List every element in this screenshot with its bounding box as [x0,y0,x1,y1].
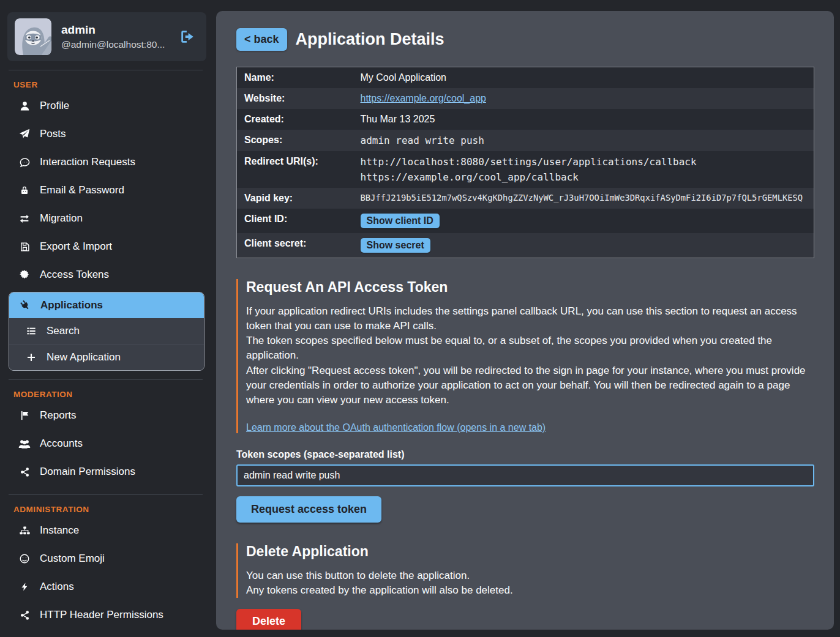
show-secret-button[interactable]: Show secret [361,238,430,253]
sidebar-item-reports[interactable]: Reports [0,401,211,430]
row-value: http://localhost:8080/settings/user/appl… [353,151,814,188]
smiley-icon [18,553,31,565]
sidebar-item-debug[interactable]: Debug [0,629,211,637]
row-label: Client ID: [237,209,353,233]
request-access-token-button[interactable]: Request access token [236,496,381,523]
user-card[interactable]: admin @admin@localhost:80... [7,12,206,61]
sidebar-item-access-tokens[interactable]: Access Tokens [0,261,211,289]
avatar [15,18,51,55]
back-button[interactable]: < back [236,28,287,51]
row-value: Show secret [353,233,814,258]
sidebar-item-label: Migration [40,212,83,225]
user-name: admin [61,23,170,37]
sidebar-divider [9,70,203,70]
section-paragraph: Any tokens created by the application wi… [246,583,814,598]
sidebar-item-label: Access Tokens [40,269,109,281]
sidebar-item-label: Accounts [40,438,83,450]
application-details-table: Name: My Cool Application Website: https… [236,67,814,258]
section-paragraph: The token scopes specified below must be… [246,333,814,363]
row-label: Name: [237,67,353,89]
table-row-client-id: Client ID: Show client ID [237,209,814,233]
sidebar-item-label: Interaction Requests [40,156,135,168]
sidebar-item-interaction-requests[interactable]: Interaction Requests [0,148,211,176]
page-title: Application Details [296,30,444,49]
row-value: My Cool Application [353,67,814,89]
paper-plane-icon [18,128,31,140]
website-link[interactable]: https://example.org/cool_app [361,93,486,103]
sidebar-item-profile[interactable]: Profile [0,92,211,120]
sidebar-item-custom-emoji[interactable]: Custom Emoji [0,545,211,573]
sign-out-icon [179,29,195,45]
sidebar-item-label: Search [47,325,80,337]
floppy-disk-icon [18,240,31,253]
sidebar-item-label: New Application [47,351,121,363]
delete-button[interactable]: Delete [236,609,301,630]
page-header: < back Application Details [236,28,814,51]
show-client-id-button[interactable]: Show client ID [361,214,440,228]
main-panel: < back Application Details Name: My Cool… [216,11,834,630]
section-label-administration: ADMINISTRATION [13,505,211,514]
sidebar-item-http-header-permissions[interactable]: HTTP Header Permissions [0,601,211,629]
applications-submenu: Search New Application [9,318,204,370]
table-row-created: Created: Thu Mar 13 2025 [237,109,814,130]
row-label: Redirect URI(s): [237,151,353,188]
row-value: Thu Mar 13 2025 [353,109,814,130]
row-label: Scopes: [237,130,353,151]
sidebar-item-migration[interactable]: Migration [0,204,211,233]
sidebar-item-posts[interactable]: Posts [0,120,211,148]
list-icon [25,325,37,337]
row-value: https://example.org/cool_app [353,88,814,109]
section-title: Request An API Access Token [246,279,814,296]
sidebar-item-accounts[interactable]: Accounts [0,430,211,458]
row-label: Client secret: [237,233,353,258]
oauth-docs-link[interactable]: Learn more about the OAuth authenticatio… [246,422,546,433]
row-value: admin read write push [353,130,814,151]
section-label-user: USER [13,80,211,89]
sidebar-item-label: Custom Emoji [40,553,105,565]
row-label: Website: [237,88,353,109]
comment-dots-icon [18,156,31,168]
sidebar-item-export-import[interactable]: Export & Import [0,233,211,261]
row-label: Created: [237,109,353,130]
flag-icon [18,409,31,422]
bolt-icon [18,581,31,593]
table-row-vapid-key: Vapid key: BBJffJ219b5iE512m7wQSzv4KgKDh… [237,188,814,209]
sidebar-item-instance[interactable]: Instance [0,516,211,545]
sidebar-item-label: Profile [40,100,69,112]
user-info: admin @admin@localhost:80... [61,23,170,50]
token-scopes-input[interactable] [236,464,814,486]
section-paragraph: You can use this button to delete the ap… [246,568,814,583]
share-nodes-icon [18,466,31,478]
table-row-redirect-uris: Redirect URI(s): http://localhost:8080/s… [237,151,814,188]
logout-button[interactable] [179,29,199,45]
sidebar-item-search[interactable]: Search [9,318,204,344]
sidebar-item-applications[interactable]: Applications [9,292,204,318]
section-label-moderation: MODERATION [13,390,211,399]
sidebar-item-label: Domain Permissions [40,466,135,478]
sidebar-item-domain-permissions[interactable]: Domain Permissions [0,458,211,486]
redirect-uri-2: https://example.org/cool_app/callback [361,171,807,183]
sidebar-item-label: Email & Password [40,184,124,196]
plus-icon [25,351,37,363]
seal-icon [18,269,31,281]
user-icon [18,100,31,112]
sidebar-item-new-application[interactable]: New Application [9,344,204,370]
lock-icon [18,184,31,196]
delete-application-section: Delete Application You can use this butt… [236,543,814,630]
sidebar-item-actions[interactable]: Actions [0,573,211,601]
access-token-section-text: Request An API Access Token If your appl… [236,279,814,433]
row-value: Show client ID [353,209,814,233]
sitemap-icon [18,524,31,537]
arrows-left-right-icon [18,212,31,225]
table-row-client-secret: Client secret: Show secret [237,233,814,258]
sidebar-item-email-password[interactable]: Email & Password [0,176,211,204]
sidebar-item-label: Instance [40,524,79,537]
access-token-section: Request An API Access Token If your appl… [236,279,814,523]
sidebar-item-label: Applications [40,299,103,311]
section-paragraph: After clicking "Request access token", y… [246,363,814,408]
section-title: Delete Application [246,543,814,560]
redirect-uri-1: http://localhost:8080/settings/user/appl… [361,156,807,168]
row-value: BBJffJ219b5iE512m7wQSzv4KgKDhgZZVzNyWC_r… [353,188,814,209]
sidebar-item-label: Export & Import [40,240,112,253]
sidebar-item-label: HTTP Header Permissions [40,609,163,621]
